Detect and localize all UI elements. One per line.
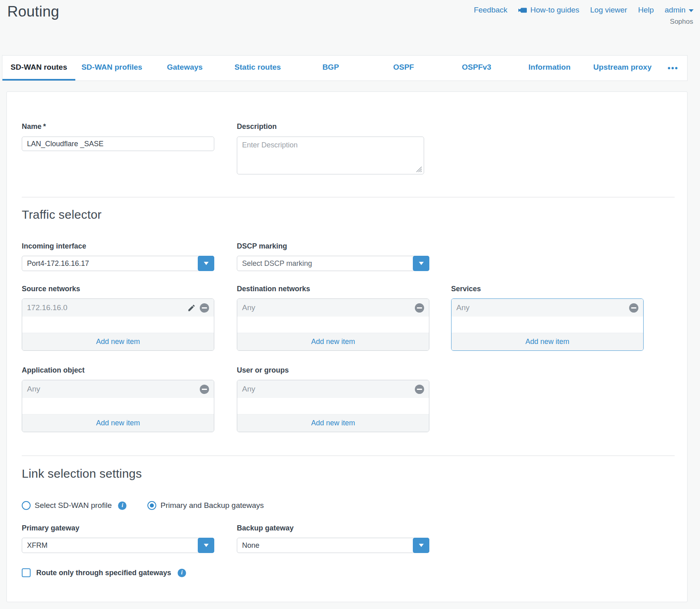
caret-down-icon [689, 9, 694, 12]
primary-gateway-label: Primary gateway [22, 524, 79, 532]
video-icon [518, 7, 527, 13]
description-textarea[interactable] [237, 137, 424, 174]
top-nav: Feedback How-to guides Log viewer Help a… [474, 6, 694, 14]
feedback-link-label: Feedback [474, 6, 507, 14]
incoming-interface-label: Incoming interface [22, 242, 86, 251]
page-title: Routing [7, 3, 59, 20]
tab-information[interactable]: Information [513, 56, 586, 81]
destination-networks-listbox: Any Add new item [237, 298, 429, 351]
more-tabs-button[interactable]: ••• [659, 56, 687, 81]
remove-item-icon[interactable] [415, 303, 424, 313]
brand-label: Sophos [670, 18, 693, 26]
add-new-item-button[interactable]: Add new item [237, 414, 429, 432]
application-object-listbox: Any Add new item [22, 380, 214, 432]
link-selection-radios: Select SD-WAN profile i Primary and Back… [22, 501, 264, 510]
list-spacer [451, 317, 643, 333]
edit-icon[interactable] [187, 304, 196, 312]
dropdown-button[interactable] [413, 538, 429, 553]
add-new-item-button[interactable]: Add new item [237, 333, 429, 350]
primary-backup-radio-label: Primary and Backup gateways [160, 501, 264, 510]
tab-sd-wan-profiles[interactable]: SD-WAN profiles [75, 56, 148, 81]
chevron-down-icon [419, 544, 424, 547]
info-icon[interactable]: i [118, 501, 126, 510]
tab-bar: SD-WAN routes SD-WAN profiles Gateways S… [2, 55, 688, 81]
add-new-item-button[interactable]: Add new item [22, 333, 214, 350]
list-spacer [22, 398, 214, 414]
list-item: Any [451, 299, 643, 317]
help-label: Help [638, 6, 654, 14]
info-icon[interactable]: i [178, 569, 186, 577]
remove-item-icon[interactable] [629, 303, 638, 313]
destination-networks-label: Destination networks [237, 285, 310, 293]
tab-static-routes[interactable]: Static routes [221, 56, 294, 81]
remove-item-icon[interactable] [200, 303, 209, 313]
sdwan-profile-radio[interactable] [22, 501, 31, 510]
log-viewer-label: Log viewer [590, 6, 627, 14]
primary-backup-radio[interactable] [147, 501, 156, 510]
admin-menu[interactable]: admin [665, 6, 694, 14]
backup-gateway-select[interactable]: None [237, 538, 429, 553]
services-label: Services [451, 285, 481, 293]
dropdown-button[interactable] [413, 256, 429, 271]
how-to-guides-link[interactable]: How-to guides [518, 6, 579, 14]
user-or-groups-label: User or groups [237, 366, 289, 375]
dscp-marking-label: DSCP marking [237, 242, 287, 251]
remove-item-icon[interactable] [200, 385, 209, 394]
sd-wan-route-form-panel: Name* Description Traffic selector Incom… [6, 91, 688, 602]
link-selection-heading: Link selection settings [22, 467, 142, 481]
help-link[interactable]: Help [638, 6, 654, 14]
ellipsis-icon: ••• [667, 64, 678, 73]
traffic-selector-heading: Traffic selector [22, 208, 101, 222]
how-to-guides-label: How-to guides [530, 6, 579, 14]
name-input[interactable] [22, 137, 214, 151]
dropdown-button[interactable] [198, 256, 214, 271]
tab-ospfv3[interactable]: OSPFv3 [440, 56, 513, 81]
tab-sd-wan-routes[interactable]: SD-WAN routes [2, 56, 75, 81]
list-item: 172.16.16.0 [22, 299, 214, 317]
description-label: Description [237, 122, 277, 131]
tab-ospf[interactable]: OSPF [367, 56, 440, 81]
chevron-down-icon [204, 262, 209, 265]
list-item: Any [237, 299, 429, 317]
route-only-checkbox[interactable] [22, 568, 31, 577]
section-divider [22, 456, 675, 456]
route-only-label: Route only through specified gateways [36, 569, 171, 577]
tab-upstream-proxy[interactable]: Upstream proxy [586, 56, 659, 81]
feedback-link[interactable]: Feedback [474, 6, 507, 14]
incoming-interface-select[interactable]: Port4-172.16.16.17 [22, 256, 214, 271]
log-viewer-link[interactable]: Log viewer [590, 6, 627, 14]
list-spacer [22, 317, 214, 333]
dropdown-button[interactable] [198, 538, 214, 553]
application-object-label: Application object [22, 366, 85, 375]
chevron-down-icon [204, 544, 209, 547]
chevron-down-icon [419, 262, 424, 265]
user-or-groups-listbox: Any Add new item [237, 380, 429, 432]
dscp-marking-select[interactable]: Select DSCP marking [237, 256, 429, 271]
list-spacer [237, 317, 429, 333]
list-item: Any [237, 380, 429, 398]
remove-item-icon[interactable] [415, 385, 424, 394]
admin-label: admin [665, 6, 686, 14]
backup-gateway-label: Backup gateway [237, 524, 294, 532]
required-asterisk: * [43, 122, 46, 130]
sdwan-profile-radio-label: Select SD-WAN profile [35, 501, 112, 510]
list-spacer [237, 398, 429, 414]
tab-gateways[interactable]: Gateways [148, 56, 221, 81]
list-item: Any [22, 380, 214, 398]
services-listbox: Any Add new item [451, 298, 644, 351]
source-networks-label: Source networks [22, 285, 80, 293]
route-only-row: Route only through specified gateways i [22, 568, 186, 577]
section-divider [22, 197, 675, 197]
tab-bgp[interactable]: BGP [294, 56, 367, 81]
primary-gateway-select[interactable]: XFRM [22, 538, 214, 553]
routing-page: Routing Feedback How-to guides Log viewe… [0, 0, 700, 609]
add-new-item-button[interactable]: Add new item [22, 414, 214, 432]
name-label: Name* [22, 122, 46, 131]
source-networks-listbox: 172.16.16.0 Add new item [22, 298, 214, 351]
add-new-item-button[interactable]: Add new item [451, 333, 643, 350]
